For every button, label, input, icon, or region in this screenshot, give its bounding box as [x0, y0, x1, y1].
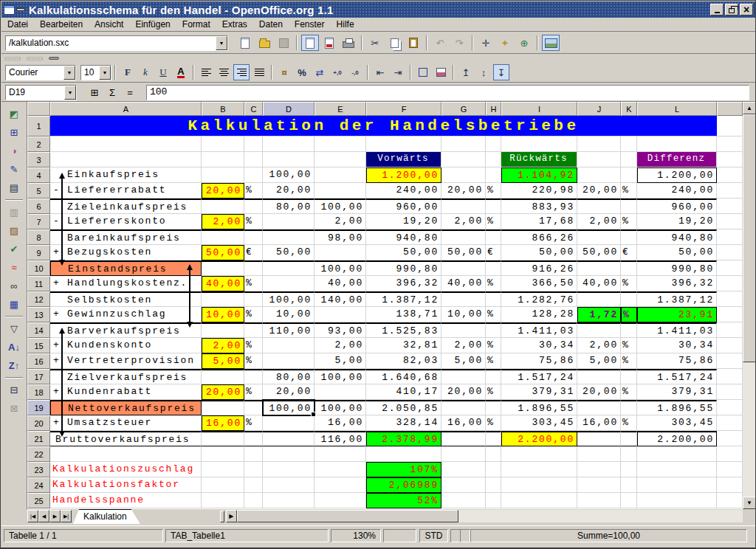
insert-cells-icon[interactable] — [4, 124, 24, 141]
cell-I7[interactable]: 17,68 — [501, 214, 577, 229]
cell-I8[interactable]: 866,26 — [501, 229, 577, 245]
cell-C16[interactable]: % — [244, 353, 263, 369]
cell-H10[interactable] — [486, 260, 501, 276]
cell-L25[interactable] — [637, 493, 717, 508]
cell-L5[interactable]: 240,00 — [637, 183, 717, 198]
insert-graphics-icon[interactable] — [542, 35, 560, 51]
cell-F23[interactable]: 107% — [366, 462, 441, 477]
cell-E24[interactable] — [315, 477, 366, 493]
cell-D9[interactable]: 50,00 — [263, 245, 315, 260]
redo-icon[interactable] — [450, 35, 468, 51]
cell-G23[interactable] — [441, 462, 486, 477]
cell-F9[interactable]: 50,00 — [366, 245, 441, 260]
cell-H25[interactable] — [486, 493, 501, 508]
menu-einfuegen[interactable]: Einfügen — [129, 18, 176, 30]
cell-K15[interactable]: % — [621, 338, 637, 353]
cell-E13[interactable] — [315, 307, 366, 322]
cell-K24[interactable] — [621, 477, 637, 493]
cell-A24[interactable]: Kalkulationsfaktor — [50, 477, 202, 493]
name-box-dropdown-icon[interactable] — [64, 86, 76, 100]
row-header-15[interactable]: 15 — [27, 338, 50, 353]
cell-D13[interactable]: 10,00 — [263, 307, 315, 322]
cell-J14[interactable] — [577, 322, 621, 338]
cell-C11[interactable]: % — [244, 276, 263, 291]
cell-B11[interactable]: 40,00 — [202, 276, 244, 291]
justify-icon[interactable] — [251, 64, 267, 80]
group-icon[interactable] — [4, 381, 24, 398]
cell-G12[interactable] — [441, 291, 486, 307]
cell-H24[interactable] — [486, 477, 501, 493]
align-center-icon[interactable] — [216, 64, 232, 80]
cell-D11[interactable] — [263, 276, 315, 291]
cell-L3[interactable]: Differenz — [637, 152, 717, 168]
autofilter-icon[interactable] — [4, 320, 24, 337]
cell-I16[interactable]: 75,86 — [501, 353, 577, 369]
cell-J21[interactable] — [577, 431, 621, 446]
cell-C3[interactable] — [244, 152, 263, 168]
cell-L14[interactable]: 1.411,03 — [637, 322, 717, 338]
menu-extras[interactable]: Extras — [216, 18, 253, 30]
cell-I19[interactable]: 1.896,55 — [501, 400, 577, 415]
cell-J13[interactable]: 1,72 — [577, 307, 621, 322]
cell-K16[interactable]: % — [621, 353, 637, 369]
cell-E4[interactable] — [315, 168, 366, 183]
add-decimal-icon[interactable] — [329, 64, 346, 80]
cell-B18[interactable]: 20,00 — [202, 384, 244, 400]
cell-C13[interactable]: % — [244, 307, 263, 322]
cell-A21[interactable]: Bruttoverkaufspreis — [50, 431, 202, 446]
cell-H22[interactable] — [486, 446, 501, 462]
cell-H12[interactable] — [486, 291, 501, 307]
cell-I21[interactable]: 2.200,00 — [501, 431, 577, 446]
sum-icon[interactable]: Σ — [105, 85, 120, 100]
first-sheet-icon[interactable] — [27, 510, 38, 522]
cell-H8[interactable] — [486, 229, 501, 245]
cell-A12[interactable]: Selbstkosten — [50, 291, 202, 307]
cell-C12[interactable] — [244, 291, 263, 307]
cell-I24[interactable] — [501, 477, 577, 493]
cell-B24[interactable] — [202, 477, 244, 493]
export-pdf-icon[interactable] — [320, 35, 338, 51]
cell-J5[interactable]: 20,00 — [577, 183, 621, 198]
cell-H4[interactable] — [486, 168, 501, 183]
cell-A23[interactable]: Kalkulationszuschlag — [50, 462, 202, 477]
cell-F16[interactable]: 82,03 — [366, 353, 441, 369]
cell-B13[interactable]: 10,00 — [202, 307, 244, 322]
cell-B3[interactable] — [202, 152, 244, 168]
function-wizard-icon[interactable] — [87, 85, 102, 100]
cell-C15[interactable]: % — [244, 338, 263, 353]
gallery-icon[interactable] — [496, 35, 514, 51]
cell-F22[interactable] — [366, 446, 441, 462]
cell-K21[interactable] — [621, 431, 637, 446]
cell-K20[interactable]: % — [621, 415, 637, 431]
insert-sheet-icon[interactable] — [4, 204, 24, 221]
cell-B19[interactable] — [202, 400, 244, 415]
cell-L21[interactable]: 2.200,00 — [637, 431, 717, 446]
cell-K19[interactable] — [621, 400, 637, 415]
cell-L24[interactable] — [637, 477, 717, 493]
spellcheck-icon[interactable] — [4, 241, 24, 258]
cell-I6[interactable]: 883,93 — [501, 198, 577, 214]
cell-K18[interactable]: % — [621, 384, 637, 400]
col-header-K[interactable]: K — [621, 102, 637, 116]
hyperlink-icon[interactable] — [515, 35, 533, 51]
cell-D23[interactable] — [263, 462, 315, 477]
cell-A14[interactable]: Barverkaufspreis — [50, 322, 202, 338]
cell-I12[interactable]: 1.282,76 — [501, 291, 577, 307]
row-header-4[interactable]: 4 — [27, 168, 50, 183]
select-all-corner[interactable] — [27, 102, 50, 116]
cell-H13[interactable]: % — [486, 307, 501, 322]
data-sources-icon[interactable] — [4, 296, 24, 313]
open-icon[interactable] — [255, 35, 273, 51]
cell-I11[interactable]: 366,50 — [501, 276, 577, 291]
cell-D14[interactable]: 110,00 — [263, 322, 315, 338]
cell-E14[interactable]: 93,00 — [315, 322, 366, 338]
cell-C2[interactable] — [244, 137, 263, 152]
cell-A25[interactable]: Handelsspanne — [50, 493, 202, 508]
cell-I5[interactable]: 220,98 — [501, 183, 577, 198]
col-header-A[interactable]: A — [50, 102, 202, 116]
cell-I9[interactable]: 50,00 — [501, 245, 577, 260]
cell-B22[interactable] — [202, 446, 244, 462]
status-page-style[interactable]: TAB_Tabelle1 — [165, 529, 329, 542]
cell-F19[interactable]: 2.050,85 — [366, 400, 441, 415]
cell-F24[interactable]: 2,06989 — [366, 477, 441, 493]
